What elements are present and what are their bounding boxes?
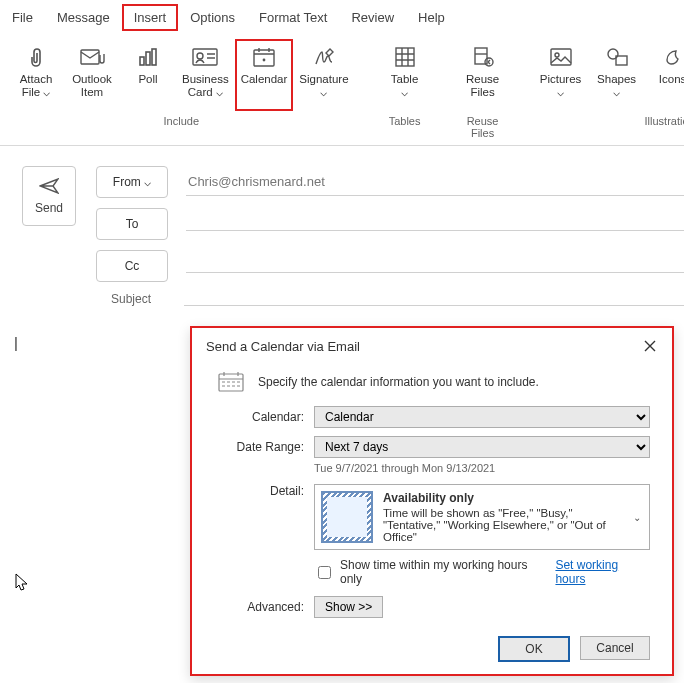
ribbon-group-reuse: Reuse Files Reuse Files xyxy=(451,39,515,145)
cancel-button[interactable]: Cancel xyxy=(580,636,650,660)
send-button[interactable]: Send xyxy=(22,166,76,226)
from-field[interactable]: Chris@chrismenard.net xyxy=(186,168,684,196)
menubar: File Message Insert Options Format Text … xyxy=(0,0,684,33)
svg-rect-6 xyxy=(254,50,274,66)
icons-label: Icons xyxy=(659,73,684,86)
close-button[interactable] xyxy=(642,338,658,354)
poll-label: Poll xyxy=(138,73,157,86)
ribbon-group-tables: Table ⌵ Tables xyxy=(373,39,437,145)
business-card-label: Business Card ⌵ xyxy=(182,73,229,98)
ribbon-group-illustrations: Pictures ⌵ Shapes ⌵ Icons 3D Models ⌵ xyxy=(529,39,684,145)
text-cursor: | xyxy=(14,334,18,351)
show-hours-label: Show time within my working hours only xyxy=(340,558,549,586)
dialog-instruction: Specify the calendar information you wan… xyxy=(258,375,539,389)
detail-selector[interactable]: Availability only Time will be shown as … xyxy=(314,484,650,550)
availability-thumb-icon xyxy=(321,491,373,543)
group-tables-label: Tables xyxy=(377,111,433,129)
subject-label: Subject xyxy=(96,292,166,306)
show-hours-checkbox[interactable] xyxy=(318,566,331,579)
advanced-label: Advanced: xyxy=(216,600,304,614)
send-label: Send xyxy=(35,201,63,215)
svg-point-12 xyxy=(555,53,559,57)
compose-area: Send From ⌵ Chris@chrismenard.net To Cc … xyxy=(0,166,684,316)
poll-button[interactable]: Poll xyxy=(120,39,176,111)
detail-description: Time will be shown as "Free," "Busy," "T… xyxy=(383,507,623,543)
detail-title: Availability only xyxy=(383,491,623,505)
shapes-button[interactable]: Shapes ⌵ xyxy=(589,39,645,111)
ribbon-group-include: Attach File ⌵ Outlook Item Poll Business… xyxy=(4,39,359,145)
svg-rect-0 xyxy=(81,50,99,64)
signature-button[interactable]: Signature ⌵ xyxy=(293,39,354,111)
show-advanced-button[interactable]: Show >> xyxy=(314,596,383,618)
range-field-label: Date Range: xyxy=(216,440,304,454)
ribbon: Attach File ⌵ Outlook Item Poll Business… xyxy=(0,33,684,146)
calendar-select[interactable]: Calendar xyxy=(314,406,650,428)
reuse-files-button[interactable]: Reuse Files xyxy=(455,39,511,111)
to-button[interactable]: To xyxy=(96,208,168,240)
svg-rect-1 xyxy=(140,57,144,65)
calendar-label: Calendar xyxy=(241,73,288,86)
table-icon xyxy=(391,43,419,71)
group-include-label: Include xyxy=(8,111,355,129)
send-calendar-dialog: Send a Calendar via Email Specify the ca… xyxy=(190,326,674,676)
table-button[interactable]: Table ⌵ xyxy=(377,39,433,111)
menu-review[interactable]: Review xyxy=(339,4,406,31)
calendar-icon xyxy=(216,370,246,394)
to-field[interactable] xyxy=(186,218,684,231)
signature-label: Signature ⌵ xyxy=(299,73,348,98)
ok-button[interactable]: OK xyxy=(498,636,570,662)
shapes-label: Shapes ⌵ xyxy=(597,73,636,98)
pictures-icon xyxy=(547,43,575,71)
calendar-field-label: Calendar: xyxy=(216,410,304,424)
attach-file-label: Attach File ⌵ xyxy=(20,73,53,98)
svg-point-5 xyxy=(197,53,203,59)
signature-icon xyxy=(310,43,338,71)
range-select[interactable]: Next 7 days xyxy=(314,436,650,458)
svg-rect-14 xyxy=(616,56,627,65)
calendar-icon xyxy=(250,43,278,71)
business-card-button[interactable]: Business Card ⌵ xyxy=(176,39,235,111)
menu-format-text[interactable]: Format Text xyxy=(247,4,339,31)
paperclip-icon xyxy=(22,43,50,71)
menu-message[interactable]: Message xyxy=(45,4,122,31)
business-card-icon xyxy=(191,43,219,71)
group-illustrations-label: Illustrations xyxy=(533,111,684,129)
outlook-item-button[interactable]: Outlook Item xyxy=(64,39,120,111)
range-note: Tue 9/7/2021 through Mon 9/13/2021 xyxy=(314,462,650,474)
reuse-files-icon xyxy=(469,43,497,71)
pictures-label: Pictures ⌵ xyxy=(540,73,582,98)
attach-file-button[interactable]: Attach File ⌵ xyxy=(8,39,64,111)
reuse-files-label: Reuse Files xyxy=(466,73,499,98)
menu-help[interactable]: Help xyxy=(406,4,457,31)
svg-rect-11 xyxy=(551,49,571,65)
svg-point-7 xyxy=(263,59,264,60)
cc-field[interactable] xyxy=(186,260,684,273)
outlook-item-label: Outlook Item xyxy=(72,73,112,98)
mouse-pointer-icon xyxy=(14,572,30,596)
menu-insert[interactable]: Insert xyxy=(122,4,179,31)
detail-field-label: Detail: xyxy=(216,484,304,498)
send-icon xyxy=(39,178,59,197)
pictures-button[interactable]: Pictures ⌵ xyxy=(533,39,589,111)
subject-field[interactable] xyxy=(184,293,684,306)
icons-button[interactable]: Icons xyxy=(645,39,684,111)
poll-icon xyxy=(134,43,162,71)
chevron-down-icon: ⌄ xyxy=(633,512,641,523)
svg-rect-8 xyxy=(396,48,414,66)
calendar-button[interactable]: Calendar xyxy=(235,39,294,111)
svg-rect-3 xyxy=(152,49,156,65)
from-button[interactable]: From ⌵ xyxy=(96,166,168,198)
set-working-hours-link[interactable]: Set working hours xyxy=(555,558,650,586)
menu-options[interactable]: Options xyxy=(178,4,247,31)
table-label: Table ⌵ xyxy=(391,73,419,98)
menu-file[interactable]: File xyxy=(0,4,45,31)
cc-button[interactable]: Cc xyxy=(96,250,168,282)
icons-icon xyxy=(659,43,684,71)
svg-rect-2 xyxy=(146,52,150,65)
shapes-icon xyxy=(603,43,631,71)
group-reuse-label: Reuse Files xyxy=(455,111,511,141)
dialog-title: Send a Calendar via Email xyxy=(206,339,360,354)
svg-point-10 xyxy=(485,58,493,66)
envelope-paperclip-icon xyxy=(78,43,106,71)
